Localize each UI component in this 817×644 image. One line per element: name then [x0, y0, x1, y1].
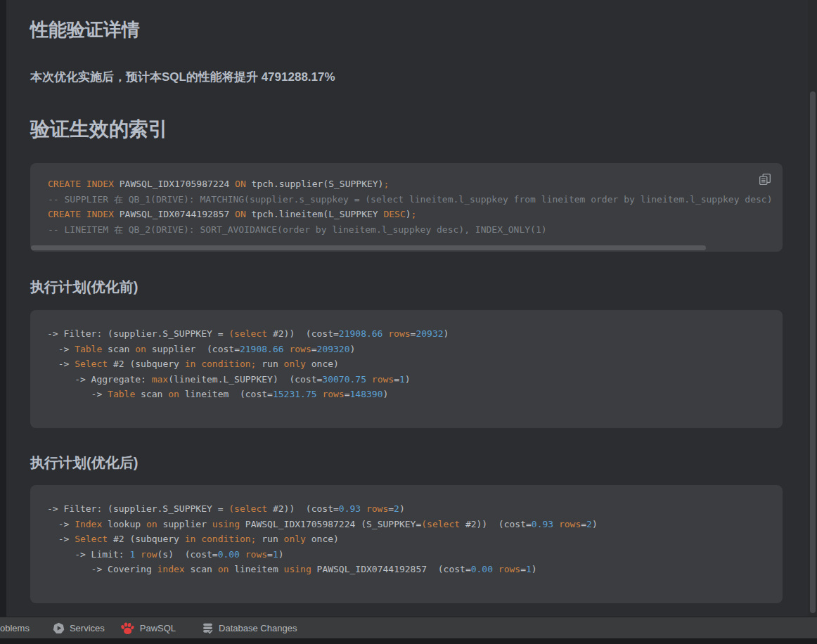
index-ddl-code-block: CREATE INDEX PAWSQL_IDX1705987224 ON tpc… — [30, 163, 783, 252]
page-title: 性能验证详情 — [30, 19, 783, 41]
bottom-edge — [0, 638, 817, 644]
tab-services[interactable]: Services — [53, 617, 105, 638]
database-changes-icon — [202, 622, 214, 634]
plan-after-heading: 执行计划(优化后) — [30, 454, 783, 471]
horizontal-scrollbar[interactable] — [31, 245, 706, 250]
plan-after-code-block: -> Filter: (supplier.S_SUPPKEY = (select… — [30, 485, 783, 603]
services-icon — [53, 622, 65, 634]
tab-services-label: Services — [70, 623, 105, 633]
index-ddl-code: CREATE INDEX PAWSQL_IDX1705987224 ON tpc… — [48, 176, 768, 237]
indexes-section-heading: 验证生效的索引 — [30, 117, 783, 141]
performance-summary: 本次优化实施后，预计本SQL的性能将提升 4791288.17% — [30, 70, 783, 84]
plan-before-code-block: -> Filter: (supplier.S_SUPPKEY = (select… — [30, 310, 783, 428]
tab-database-changes-label: Database Changes — [219, 623, 297, 633]
copy-icon[interactable] — [759, 173, 771, 186]
plan-after-code: -> Filter: (supplier.S_SUPPKEY = (select… — [47, 501, 768, 577]
plan-before-heading: 执行计划(优化前) — [30, 278, 783, 295]
main-content: 性能验证详情 本次优化实施后，预计本SQL的性能将提升 4791288.17% … — [6, 0, 809, 617]
tab-database-changes[interactable]: Database Changes — [202, 617, 297, 638]
pawsql-icon — [120, 622, 135, 635]
tool-window-bar: oblems Services PawSQL — [0, 617, 817, 638]
tab-problems-label: oblems — [0, 623, 30, 633]
tab-pawsql-label: PawSQL — [140, 623, 176, 633]
tab-pawsql[interactable]: PawSQL — [120, 617, 176, 638]
plan-before-code: -> Filter: (supplier.S_SUPPKEY = (select… — [47, 326, 768, 402]
performance-verification-panel: 性能验证详情 本次优化实施后，预计本SQL的性能将提升 4791288.17% … — [0, 0, 817, 644]
left-gutter — [0, 0, 6, 617]
vertical-scrollbar[interactable] — [810, 91, 816, 613]
tab-problems[interactable]: oblems — [0, 617, 30, 638]
